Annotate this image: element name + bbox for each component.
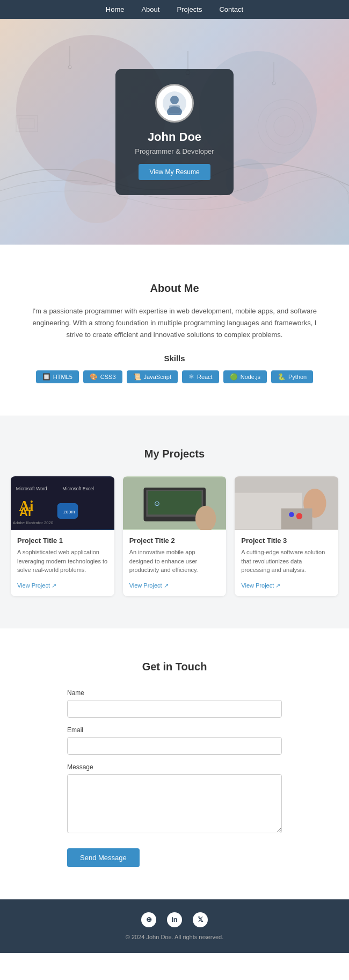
svg-rect-14 — [169, 105, 180, 113]
skill-icon: 🟢 — [230, 373, 238, 381]
project-link-3[interactable]: View Project ↗ — [241, 582, 280, 589]
svg-point-2 — [68, 66, 71, 69]
hero-section: John Doe Programmer & Developer View My … — [0, 19, 349, 245]
footer: ⊕in𝕏 © 2024 John Doe. All rights reserve… — [0, 899, 349, 953]
footer-icon-linkedin[interactable]: in — [167, 912, 182, 927]
footer-copyright: © 2024 John Doe. All rights reserved. — [11, 934, 338, 940]
projects-section: My Projects Microsoft Word Microsoft Exc… — [0, 416, 349, 628]
avatar — [155, 84, 194, 123]
skill-badge-python: 🐍Python — [271, 370, 313, 383]
project-desc-3: A cutting-edge software solution that re… — [241, 548, 332, 575]
navbar: HomeAboutProjectsContact — [0, 0, 349, 19]
svg-rect-9 — [16, 116, 38, 132]
project-card-1: Microsoft Word Microsoft Excel Ai zoom A… — [11, 476, 114, 596]
svg-point-33 — [289, 512, 294, 518]
contact-section: Get in Touch Name Email Message Send Mes… — [0, 628, 349, 899]
svg-point-6 — [258, 99, 311, 153]
svg-text:⊙: ⊙ — [154, 499, 159, 507]
projects-grid: Microsoft Word Microsoft Excel Ai zoom A… — [11, 476, 338, 596]
hero-card: John Doe Programmer & Developer View My … — [115, 69, 234, 195]
project-desc-1: A sophisticated web application leveragi… — [17, 548, 108, 575]
footer-icon-github[interactable]: ⊕ — [141, 912, 156, 927]
name-field-group: Name — [67, 689, 282, 718]
about-title: About Me — [24, 282, 325, 295]
project-title-2: Project Title 2 — [129, 537, 220, 545]
project-desc-2: An innovative mobile app designed to enh… — [129, 548, 220, 575]
skill-icon: 🐍 — [278, 373, 286, 381]
skill-badge-nodejs: 🟢Node.js — [223, 370, 267, 383]
svg-rect-10 — [19, 119, 34, 128]
svg-text:Microsoft Excel: Microsoft Excel — [62, 486, 94, 491]
project-body-2: Project Title 2 An innovative mobile app… — [123, 530, 227, 596]
projects-title: My Projects — [11, 448, 338, 460]
svg-rect-31 — [281, 509, 312, 530]
email-field-group: Email — [67, 726, 282, 755]
project-link-2[interactable]: View Project ↗ — [129, 582, 169, 589]
project-thumb-2: ⊙ — [123, 476, 227, 530]
about-bio: I'm a passionate programmer with experti… — [24, 305, 325, 341]
hero-name: John Doe — [135, 130, 214, 144]
skill-icon: 📜 — [133, 373, 141, 381]
project-body-1: Project Title 1 A sophisticated web appl… — [11, 530, 114, 596]
svg-text:Microsoft Word: Microsoft Word — [16, 486, 47, 491]
project-card-2: ⊙ Project Title 2 An innovative mobile a… — [123, 476, 227, 596]
skill-icon: 🔲 — [42, 373, 50, 381]
skill-icon: ⚛ — [188, 373, 194, 381]
svg-point-32 — [296, 513, 303, 520]
message-textarea[interactable] — [67, 774, 282, 833]
skill-badge-react: ⚛React — [182, 370, 219, 383]
nav-link-home[interactable]: Home — [106, 5, 125, 13]
email-label: Email — [67, 726, 282, 734]
nav-link-projects[interactable]: Projects — [177, 5, 202, 13]
svg-point-4 — [272, 82, 275, 85]
nav-link-contact[interactable]: Contact — [219, 5, 243, 13]
contact-form: Name Email Message Send Message — [67, 689, 282, 867]
project-thumb-3 — [235, 476, 338, 530]
about-section: About Me I'm a passionate programmer wit… — [0, 245, 349, 416]
external-link-icon-1: ↗ — [52, 582, 56, 589]
svg-point-8 — [274, 116, 295, 137]
skills-title: Skills — [24, 354, 325, 363]
project-thumb-1: Microsoft Word Microsoft Excel Ai zoom A… — [11, 476, 114, 530]
skill-badge-css3: 🎨CSS3 — [83, 370, 122, 383]
external-link-icon-2: ↗ — [164, 582, 169, 589]
email-input[interactable] — [67, 737, 282, 755]
hero-subtitle: Programmer & Developer — [135, 147, 214, 155]
svg-text:Adobe Illustrator 2020: Adobe Illustrator 2020 — [13, 520, 53, 525]
message-field-group: Message — [67, 763, 282, 835]
name-label: Name — [67, 689, 282, 697]
svg-point-12 — [170, 96, 179, 104]
svg-text:zoom: zoom — [63, 510, 75, 515]
project-body-3: Project Title 3 A cutting-edge software … — [235, 530, 338, 596]
project-link-1[interactable]: View Project ↗ — [17, 582, 56, 589]
footer-icon-twitter[interactable]: 𝕏 — [193, 912, 208, 927]
skill-badge-html5: 🔲HTML5 — [36, 370, 79, 383]
send-message-button[interactable]: Send Message — [67, 848, 140, 867]
skill-badge-javascript: 📜JavaScript — [127, 370, 178, 383]
svg-text:Ai: Ai — [19, 498, 33, 514]
view-resume-button[interactable]: View My Resume — [139, 164, 210, 180]
external-link-icon-3: ↗ — [275, 582, 280, 589]
skills-list: 🔲HTML5🎨CSS3📜JavaScript⚛React🟢Node.js🐍Pyt… — [24, 370, 325, 383]
avatar-icon — [163, 91, 186, 115]
project-title-3: Project Title 3 — [241, 537, 332, 545]
project-title-1: Project Title 1 — [17, 537, 108, 545]
svg-point-7 — [266, 108, 303, 145]
skill-icon: 🎨 — [90, 373, 98, 381]
message-label: Message — [67, 763, 282, 771]
contact-title: Get in Touch — [67, 661, 282, 673]
project-card-3: Project Title 3 A cutting-edge software … — [235, 476, 338, 596]
footer-social-icons: ⊕in𝕏 — [11, 912, 338, 927]
name-input[interactable] — [67, 700, 282, 718]
nav-link-about[interactable]: About — [141, 5, 159, 13]
